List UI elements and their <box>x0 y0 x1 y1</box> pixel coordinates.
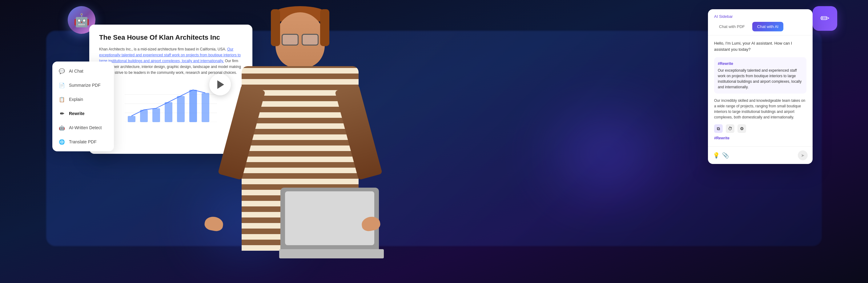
sidebar-item-label-explain: Explain <box>69 97 83 102</box>
ai-sidebar-tabs: Chat with PDF Chat with AI <box>714 22 806 31</box>
chat-bubble-rewrite: #Rewrite Our exceptionally talented and … <box>714 57 806 94</box>
svg-rect-4 <box>128 116 135 122</box>
settings-icon: ⚙ <box>740 126 744 131</box>
svg-rect-8 <box>177 96 185 122</box>
lens-left <box>282 34 299 45</box>
ai-input-icons: 💡 📎 <box>713 152 729 159</box>
ai-sidebar-header: AI Sidebar Chat with PDF Chat with AI <box>708 9 813 35</box>
hair-right <box>320 9 329 46</box>
laptop-base <box>279 249 384 258</box>
app-icon-symbol: ✏ <box>820 12 830 25</box>
sidebar-item-ai-chat[interactable]: 💬 AI Chat <box>52 64 114 78</box>
chat-bubble-text: Our exceptionally talented and experienc… <box>718 68 803 90</box>
ai-detect-icon: 🤖 <box>59 124 65 131</box>
chat-actions-row: ⧉ ⏱ ⚙ <box>714 124 806 133</box>
chat-history-btn[interactable]: ⏱ <box>726 124 735 133</box>
chat-rewrite-tag: #Rewrite <box>718 61 803 66</box>
laptop-body <box>280 188 379 249</box>
robot-face: 🤖 <box>73 12 90 28</box>
svg-rect-5 <box>140 110 148 122</box>
chat-settings-btn[interactable]: ⚙ <box>738 124 746 133</box>
hair-left <box>271 9 280 46</box>
paperclip-icon[interactable]: 📎 <box>722 152 729 159</box>
sidebar-item-explain[interactable]: 📋 Explain <box>52 92 114 106</box>
sidebar-item-label-summarize: Summarize PDF <box>69 83 101 88</box>
sidebar-item-rewrite[interactable]: ✏ Rewrite <box>52 106 114 121</box>
explain-icon: 📋 <box>59 96 65 103</box>
copy-icon: ⧉ <box>717 126 720 131</box>
rewrite-icon: ✏ <box>59 110 65 117</box>
bulb-icon[interactable]: 💡 <box>713 152 720 159</box>
translate-icon: 🌐 <box>59 138 65 145</box>
svg-rect-6 <box>152 108 160 122</box>
lens-right <box>302 34 318 45</box>
tab-chat-with-pdf[interactable]: Chat with PDF <box>714 22 750 31</box>
ai-greeting: Hello, I'm Lumi, your AI assistant. How … <box>714 40 806 52</box>
sidebar-item-label-rewrite: Rewrite <box>69 111 85 116</box>
person-photo <box>185 0 415 283</box>
hand-left <box>204 215 224 232</box>
sidebar-item-ai-detect[interactable]: 🤖 AI-Written Detect <box>52 121 114 135</box>
clock-icon: ⏱ <box>728 126 732 131</box>
document-icon: 📄 <box>59 82 65 89</box>
glasses <box>282 34 318 46</box>
app-icon: ✏ <box>813 6 837 31</box>
sidebar-item-summarize[interactable]: 📄 Summarize PDF <box>52 78 114 92</box>
sidebar-item-label-translate: Translate PDF <box>69 139 97 144</box>
ai-sidebar-label: AI Sidebar <box>714 14 806 19</box>
tab-chat-with-ai[interactable]: Chat with AI <box>752 22 783 31</box>
sidebar-panel: 💬 AI Chat 📄 Summarize PDF 📋 Explain ✏ Re… <box>52 62 114 151</box>
ai-input-area: 💡 📎 ➤ <box>708 147 813 164</box>
bottom-rewrite-tag: #Rewrite <box>714 136 806 140</box>
sidebar-item-label-ai-chat: AI Chat <box>69 69 84 73</box>
send-icon: ➤ <box>801 153 805 158</box>
ai-send-button[interactable]: ➤ <box>798 150 808 160</box>
main-scene: 🤖 ✏ The Sea House Of Klan Architects Inc… <box>0 0 868 283</box>
ai-chat-body: Hello, I'm Lumi, your AI assistant. How … <box>708 35 813 147</box>
laptop-screen <box>285 191 374 245</box>
sidebar-item-label-ai-detect: AI-Written Detect <box>69 125 101 130</box>
ai-response-text: Our incredibly skilled and knowledgeable… <box>714 98 806 120</box>
sidebar-item-translate[interactable]: 🌐 Translate PDF <box>52 135 114 149</box>
chat-icon: 💬 <box>59 68 65 74</box>
svg-rect-7 <box>165 102 173 122</box>
ai-sidebar: AI Sidebar Chat with PDF Chat with AI He… <box>708 9 813 164</box>
copy-icon-box[interactable]: ⧉ <box>714 124 723 133</box>
face <box>276 12 325 68</box>
